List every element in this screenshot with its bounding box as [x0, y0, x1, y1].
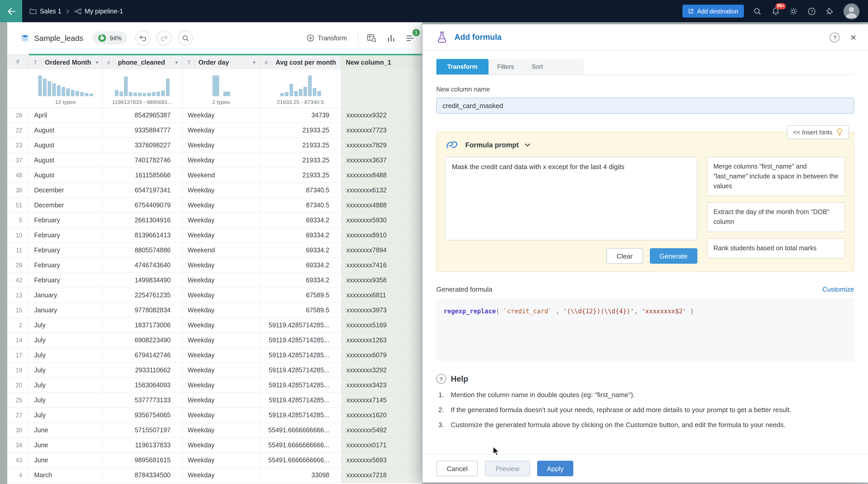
add-destination-button[interactable]: Add destination	[682, 5, 744, 18]
cell-order-day[interactable]: Weekday	[183, 438, 260, 453]
cell-order-day[interactable]: Weekday	[183, 198, 260, 213]
cell-avg-cost[interactable]: 69334.2	[260, 273, 341, 288]
cell-ordered-month[interactable]: August	[29, 123, 102, 138]
generate-button[interactable]: Generate	[650, 248, 698, 264]
back-button[interactable]	[0, 0, 22, 22]
chevron-down-icon[interactable]	[524, 143, 530, 147]
cell-ordered-month[interactable]: April	[29, 108, 102, 123]
prompt-header[interactable]: Formula prompt	[445, 139, 845, 150]
cell-ordered-month[interactable]: August	[29, 138, 102, 153]
close-icon[interactable]: ✕	[850, 33, 857, 41]
cell-avg-cost[interactable]: 21933.25	[260, 138, 341, 153]
cell-new-column[interactable]: xxxxxxxx7416	[341, 258, 422, 273]
cell-avg-cost[interactable]: 59119.4285714285...	[260, 363, 341, 378]
cell-ordered-month[interactable]: January	[29, 288, 102, 303]
cell-new-column[interactable]: xxxxxxxx9358	[341, 273, 422, 288]
cell-avg-cost[interactable]: 59119.4285714285...	[260, 318, 341, 333]
search-icon[interactable]	[753, 6, 762, 16]
cell-phone-cleaned[interactable]: 4746743640	[102, 258, 183, 273]
dialog-help-icon[interactable]: ?	[830, 32, 840, 42]
cell-phone-cleaned[interactable]: 2933110662	[102, 363, 183, 378]
cell-new-column[interactable]: xxxxxxxx7829	[341, 138, 422, 153]
cell-order-day[interactable]: Weekday	[183, 138, 260, 153]
cell-phone-cleaned[interactable]: 1837173006	[102, 318, 183, 333]
cell-avg-cost[interactable]: 67589.5	[260, 303, 341, 318]
cell-ordered-month[interactable]: June	[29, 438, 102, 453]
cell-ordered-month[interactable]: August	[29, 153, 102, 168]
chevron-down-icon[interactable]: ▼	[174, 60, 179, 65]
cell-ordered-month[interactable]: June	[29, 423, 102, 438]
user-avatar[interactable]	[843, 3, 860, 20]
cell-order-day[interactable]: Weekday	[183, 153, 260, 168]
prompt-textarea[interactable]: Mask the credit card data with x except …	[445, 157, 698, 240]
cell-avg-cost[interactable]: 59119.4285714285...	[260, 333, 341, 348]
cell-phone-cleaned[interactable]: 8784334500	[102, 468, 183, 483]
cell-order-day[interactable]: Weekday	[183, 393, 260, 408]
cell-phone-cleaned[interactable]: 6547197341	[102, 183, 183, 198]
cell-avg-cost[interactable]: 69334.2	[260, 213, 341, 228]
breadcrumb-workspace[interactable]: Sales 1	[29, 7, 61, 15]
chevron-down-icon[interactable]: ▼	[252, 60, 256, 65]
breadcrumb-pipeline[interactable]: My pipeline-1	[74, 7, 123, 15]
cell-order-day[interactable]: Weekday	[183, 108, 260, 123]
cell-ordered-month[interactable]: February	[29, 273, 102, 288]
cell-new-column[interactable]: xxxxxxxx1620	[341, 408, 422, 423]
grid-search-button[interactable]	[178, 31, 193, 46]
cell-order-day[interactable]: Weekday	[183, 363, 260, 378]
data-quality-score[interactable]: 94%	[93, 32, 127, 44]
data-quality-view-icon[interactable]	[366, 32, 377, 44]
cell-new-column[interactable]: xxxxxxxx8488	[341, 168, 422, 183]
cell-ordered-month[interactable]: June	[29, 453, 102, 468]
cell-phone-cleaned[interactable]: 9778082834	[102, 303, 183, 318]
cell-new-column[interactable]: xxxxxxxx5492	[341, 423, 422, 438]
cell-ordered-month[interactable]: February	[29, 213, 102, 228]
cell-ordered-month[interactable]: January	[29, 303, 102, 318]
cell-ordered-month[interactable]: July	[29, 348, 102, 363]
cell-new-column[interactable]: xxxxxxxx7218	[341, 468, 422, 483]
cell-avg-cost[interactable]: 55491.6666666666...	[260, 453, 341, 468]
cell-avg-cost[interactable]: 69334.2	[260, 258, 341, 273]
cancel-button[interactable]: Cancel	[436, 461, 478, 476]
collapsed-left-rail[interactable]	[0, 22, 7, 484]
column-header-avg-cost[interactable]: # Avg cost per month ▼	[260, 54, 341, 69]
apply-button[interactable]: Apply	[537, 461, 573, 476]
cell-avg-cost[interactable]: 87340.5	[260, 198, 341, 213]
cell-ordered-month[interactable]: February	[29, 258, 102, 273]
hint-card[interactable]: Extract the day of the month from "DOB" …	[707, 203, 845, 232]
cell-phone-cleaned[interactable]: 1499834490	[102, 273, 183, 288]
cell-order-day[interactable]: Weekday	[183, 333, 260, 348]
cell-new-column[interactable]: xxxxxxxx5693	[341, 453, 422, 468]
cell-order-day[interactable]: Weekday	[183, 228, 260, 243]
cell-new-column[interactable]: xxxxxxxx7145	[341, 393, 422, 408]
cell-phone-cleaned[interactable]: 8805574886	[102, 243, 183, 258]
cell-new-column[interactable]: xxxxxxxx5169	[341, 318, 422, 333]
cell-ordered-month[interactable]: February	[29, 228, 102, 243]
cell-new-column[interactable]: xxxxxxxx3637	[341, 153, 422, 168]
cell-avg-cost[interactable]: 59119.4285714285...	[260, 408, 341, 423]
cell-new-column[interactable]: xxxxxxxx7894	[341, 243, 422, 258]
cell-new-column[interactable]: xxxxxxxx5930	[341, 213, 422, 228]
cell-order-day[interactable]: Weekday	[183, 378, 260, 393]
chevron-down-icon[interactable]: ▼	[95, 60, 99, 65]
column-header-new-column[interactable]: New column_1	[341, 54, 422, 69]
cell-order-day[interactable]: Weekday	[183, 123, 260, 138]
histogram-ordered-month[interactable]: 12 types	[29, 69, 102, 108]
help-icon[interactable]: ?	[807, 6, 816, 16]
cell-ordered-month[interactable]: December	[29, 183, 102, 198]
customize-link[interactable]: Customize	[822, 285, 854, 293]
cell-order-day[interactable]: Weekday	[183, 453, 260, 468]
cell-phone-cleaned[interactable]: 1611585666	[102, 168, 183, 183]
cell-order-day[interactable]: Weekday	[183, 273, 260, 288]
cell-ordered-month[interactable]: February	[29, 243, 102, 258]
cell-phone-cleaned[interactable]: 9356754065	[102, 408, 183, 423]
cell-avg-cost[interactable]: 33098	[260, 468, 341, 483]
cell-ordered-month[interactable]: July	[29, 363, 102, 378]
cell-avg-cost[interactable]: 21933.25	[260, 123, 341, 138]
cell-ordered-month[interactable]: July	[29, 333, 102, 348]
cell-new-column[interactable]: xxxxxxxx6079	[341, 348, 422, 363]
cell-new-column[interactable]: xxxxxxxx6811	[341, 288, 422, 303]
notifications-bell-icon[interactable]: 99+	[771, 6, 780, 16]
cell-avg-cost[interactable]: 59119.4285714285...	[260, 393, 341, 408]
cell-order-day[interactable]: Weekday	[183, 318, 260, 333]
cell-ordered-month[interactable]: December	[29, 198, 102, 213]
